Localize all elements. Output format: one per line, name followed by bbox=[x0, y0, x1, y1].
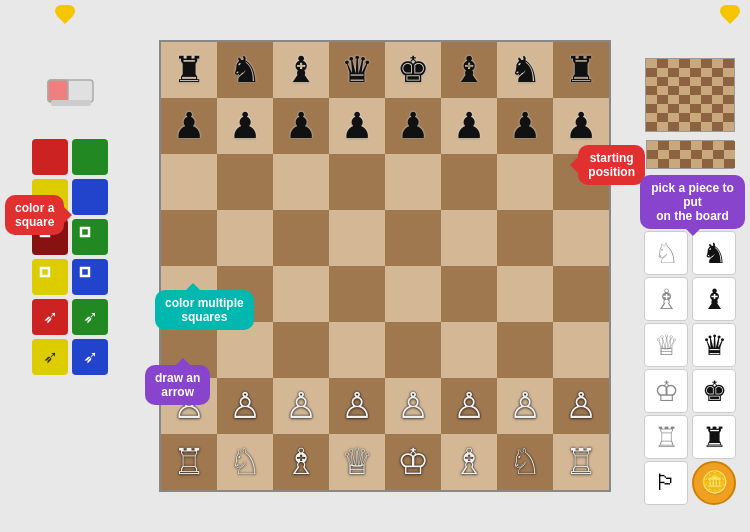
red-color-btn[interactable] bbox=[32, 139, 68, 175]
coin-btn[interactable]: 🪙 bbox=[692, 461, 736, 505]
white-pawn-btn[interactable]: ♙ bbox=[644, 185, 688, 229]
black-queen-btn[interactable]: ♛ bbox=[692, 323, 736, 367]
square-2-3[interactable] bbox=[329, 154, 385, 210]
black-bishop-btn[interactable]: ♝ bbox=[692, 277, 736, 321]
square-2-5[interactable] bbox=[441, 154, 497, 210]
square-7-4[interactable]: ♔ bbox=[385, 434, 441, 490]
square-7-0[interactable]: ♖ bbox=[161, 434, 217, 490]
square-5-6[interactable] bbox=[497, 322, 553, 378]
square-5-2[interactable] bbox=[273, 322, 329, 378]
square-6-6[interactable]: ♙ bbox=[497, 378, 553, 434]
square-5-4[interactable] bbox=[385, 322, 441, 378]
square-4-5[interactable] bbox=[441, 266, 497, 322]
square-0-0[interactable]: ♜ bbox=[161, 42, 217, 98]
red-corner-btn[interactable] bbox=[32, 219, 68, 255]
square-3-1[interactable] bbox=[217, 210, 273, 266]
square-3-6[interactable] bbox=[497, 210, 553, 266]
square-4-0[interactable] bbox=[161, 266, 217, 322]
square-7-3[interactable]: ♕ bbox=[329, 434, 385, 490]
square-5-1[interactable] bbox=[217, 322, 273, 378]
square-4-4[interactable] bbox=[385, 266, 441, 322]
yellow-arrow-btn[interactable]: ➶ bbox=[32, 339, 68, 375]
square-4-7[interactable] bbox=[553, 266, 609, 322]
arrow-row-1: ➶ ➶ bbox=[32, 299, 108, 335]
green-arrow-btn[interactable]: ➶ bbox=[72, 299, 108, 335]
square-1-3[interactable]: ♟ bbox=[329, 98, 385, 154]
square-6-5[interactable]: ♙ bbox=[441, 378, 497, 434]
square-7-2[interactable]: ♗ bbox=[273, 434, 329, 490]
black-pawn-btn[interactable]: ♟ bbox=[692, 185, 736, 229]
square-2-7[interactable] bbox=[553, 154, 609, 210]
square-1-6[interactable]: ♟ bbox=[497, 98, 553, 154]
square-3-5[interactable] bbox=[441, 210, 497, 266]
square-5-7[interactable] bbox=[553, 322, 609, 378]
square-5-0[interactable] bbox=[161, 322, 217, 378]
green-corner-btn[interactable] bbox=[72, 219, 108, 255]
square-3-4[interactable] bbox=[385, 210, 441, 266]
square-5-5[interactable] bbox=[441, 322, 497, 378]
square-0-1[interactable]: ♞ bbox=[217, 42, 273, 98]
square-3-3[interactable] bbox=[329, 210, 385, 266]
yellow-color-btn[interactable] bbox=[32, 179, 68, 215]
square-1-2[interactable]: ♟ bbox=[273, 98, 329, 154]
white-bishop-btn[interactable]: ♗ bbox=[644, 277, 688, 321]
red-arrow-btn[interactable]: ➶ bbox=[32, 299, 68, 335]
blue-color-btn[interactable] bbox=[72, 179, 108, 215]
square-6-2[interactable]: ♙ bbox=[273, 378, 329, 434]
square-4-3[interactable] bbox=[329, 266, 385, 322]
chess-board[interactable]: ♜♞♝♛♚♝♞♜♟♟♟♟♟♟♟♟♙♙♙♙♙♙♙♙♖♘♗♕♔♗♘♖ bbox=[159, 40, 611, 492]
blue-arrow-btn[interactable]: ➶ bbox=[72, 339, 108, 375]
square-0-4[interactable]: ♚ bbox=[385, 42, 441, 98]
square-7-1[interactable]: ♘ bbox=[217, 434, 273, 490]
square-0-2[interactable]: ♝ bbox=[273, 42, 329, 98]
square-0-6[interactable]: ♞ bbox=[497, 42, 553, 98]
square-3-2[interactable] bbox=[273, 210, 329, 266]
white-king-btn[interactable]: ♔ bbox=[644, 369, 688, 413]
black-king-btn[interactable]: ♚ bbox=[692, 369, 736, 413]
piece-row-king: ♔ ♚ bbox=[644, 369, 736, 413]
white-knight-btn[interactable]: ♘ bbox=[644, 231, 688, 275]
arrow-row-2: ➶ ➶ bbox=[32, 339, 108, 375]
square-4-6[interactable] bbox=[497, 266, 553, 322]
square-3-0[interactable] bbox=[161, 210, 217, 266]
square-2-1[interactable] bbox=[217, 154, 273, 210]
yellow-corner-btn[interactable] bbox=[32, 259, 68, 295]
square-7-5[interactable]: ♗ bbox=[441, 434, 497, 490]
piece-row-knight: ♘ ♞ bbox=[644, 231, 736, 275]
square-6-4[interactable]: ♙ bbox=[385, 378, 441, 434]
square-1-4[interactable]: ♟ bbox=[385, 98, 441, 154]
blue-corner-btn[interactable] bbox=[72, 259, 108, 295]
square-7-7[interactable]: ♖ bbox=[553, 434, 609, 490]
square-5-3[interactable] bbox=[329, 322, 385, 378]
corner-row-1 bbox=[32, 219, 108, 255]
square-0-5[interactable]: ♝ bbox=[441, 42, 497, 98]
svg-rect-6 bbox=[81, 268, 89, 276]
square-6-7[interactable]: ♙ bbox=[553, 378, 609, 434]
square-4-1[interactable] bbox=[217, 266, 273, 322]
square-2-2[interactable] bbox=[273, 154, 329, 210]
black-knight-btn[interactable]: ♞ bbox=[692, 231, 736, 275]
square-3-7[interactable] bbox=[553, 210, 609, 266]
square-6-3[interactable]: ♙ bbox=[329, 378, 385, 434]
square-2-6[interactable] bbox=[497, 154, 553, 210]
square-4-2[interactable] bbox=[273, 266, 329, 322]
green-color-btn[interactable] bbox=[72, 139, 108, 175]
square-1-1[interactable]: ♟ bbox=[217, 98, 273, 154]
square-0-7[interactable]: ♜ bbox=[553, 42, 609, 98]
square-2-4[interactable] bbox=[385, 154, 441, 210]
square-1-5[interactable]: ♟ bbox=[441, 98, 497, 154]
black-rook-btn[interactable]: ♜ bbox=[692, 415, 736, 459]
white-queen-btn[interactable]: ♕ bbox=[644, 323, 688, 367]
square-1-7[interactable]: ♟ bbox=[553, 98, 609, 154]
square-0-3[interactable]: ♛ bbox=[329, 42, 385, 98]
flag-btn[interactable]: 🏳 bbox=[644, 461, 688, 505]
square-2-0[interactable] bbox=[161, 154, 217, 210]
white-rook-btn[interactable]: ♖ bbox=[644, 415, 688, 459]
square-6-0[interactable]: ♙ bbox=[161, 378, 217, 434]
square-6-1[interactable]: ♙ bbox=[217, 378, 273, 434]
piece-row-white-1: ♙ ♟ bbox=[644, 185, 736, 229]
square-1-0[interactable]: ♟ bbox=[161, 98, 217, 154]
main-container: ➶ ➶ ➶ ➶ ♜♞♝♛♚♝♞♜♟♟♟♟♟♟♟♟♙♙♙♙♙♙♙♙♖♘♗♕♔♗♘♖ bbox=[0, 0, 750, 532]
eraser-icon[interactable] bbox=[43, 75, 98, 114]
square-7-6[interactable]: ♘ bbox=[497, 434, 553, 490]
